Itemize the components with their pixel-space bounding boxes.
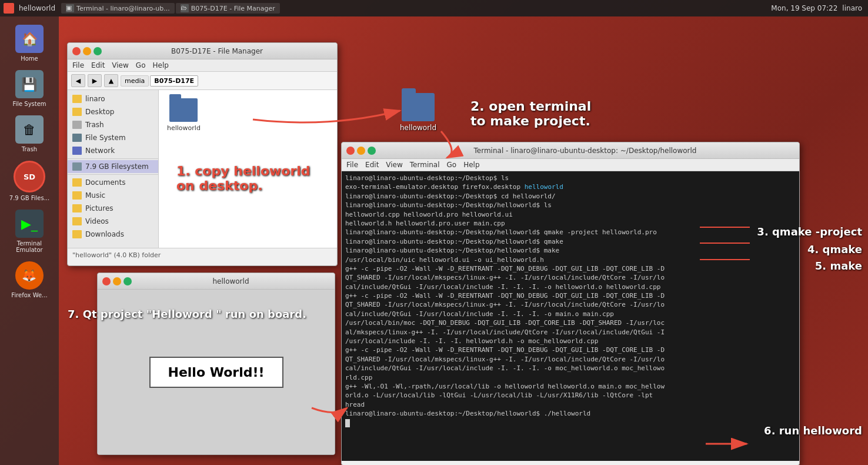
hello-window-controls[interactable] (102, 277, 132, 285)
terminal-line-26: hread (345, 400, 796, 409)
taskbar-right: Mon, 19 Sep 07:22 linaro (771, 4, 868, 12)
desktop: 1. copy helloworld on desktop. 2. open t… (59, 16, 868, 465)
filesystem-icon (72, 134, 82, 142)
step1-label: 1. copy helloworld on desktop. (176, 164, 311, 193)
hello-maximize-button[interactable] (123, 277, 132, 285)
terminal-line-21: QT_SHARED -I/usr/local/mkspecs/linux-g++… (345, 355, 796, 364)
taskbar-app-title: helloworld (19, 4, 55, 12)
fm-window-controls[interactable] (72, 47, 102, 55)
dock-item-trash[interactable]: 🗑 Trash (13, 113, 46, 155)
terminal-body[interactable]: linaro@linaro-ubuntu-desktop:~/Desktop$ … (342, 171, 799, 461)
terminal-line-19: /usr/local/include -I. -I. -I. helloworl… (345, 337, 796, 346)
fm-menu-go[interactable]: Go (136, 61, 146, 69)
fm-menu-help[interactable]: Help (152, 61, 168, 69)
terminal-menu-go[interactable]: Go (447, 161, 457, 169)
dock-item-terminal[interactable]: ▶_ Terminal Emulator (13, 207, 46, 255)
dock-item-home[interactable]: 🏠 Home (13, 22, 46, 64)
terminal-titlebar: Terminal - linaro@linaro-ubuntu-desktop:… (342, 142, 799, 159)
terminal-icon: ▣ (66, 4, 74, 12)
fm-sidebar-separator (68, 158, 158, 159)
terminal-line-18: al/mkspecs/linux-g++ -I. -I/usr/local/in… (345, 328, 796, 337)
fm-menu-file[interactable]: File (72, 61, 84, 69)
taskbar-filemanager-window[interactable]: 🗁 B075-D17E - File Manager (176, 3, 280, 14)
step7-label: 7. Qt project "Helloword " run on board. (68, 308, 306, 320)
dock-item-filesystem[interactable]: 💾 File System (10, 68, 48, 109)
terminal-window-controls[interactable] (346, 147, 376, 155)
fm-status-text: "helloworld" (4.0 KB) folder (72, 251, 161, 259)
terminal-window: Terminal - linaro@linaro-ubuntu-desktop:… (341, 142, 800, 465)
dock-label-trash: Trash (22, 146, 37, 152)
fm-sidebar-videos[interactable]: Videos (68, 215, 158, 228)
terminal-menu-terminal[interactable]: Terminal (410, 161, 440, 169)
terminal-menu-file[interactable]: File (346, 161, 358, 169)
fm-menu-edit[interactable]: Edit (91, 61, 105, 69)
folder-icon (72, 230, 82, 238)
desktop-folder-label: helloworld (400, 124, 436, 132)
network-icon (72, 147, 82, 155)
terminal-line-13: cal/include/QtGui -I/usr/local/include -… (345, 283, 796, 291)
terminal-title: Terminal - linaro@linaro-ubuntu-desktop:… (376, 147, 794, 155)
hdd-icon (72, 162, 82, 171)
fm-back-button[interactable]: ◀ (71, 74, 85, 87)
taskbar-user: linaro (842, 4, 862, 12)
fm-sidebar-documents[interactable]: Documents (68, 176, 158, 189)
terminal-menu-edit[interactable]: Edit (365, 161, 379, 169)
filemanager-icon: 🗁 (181, 4, 189, 12)
fm-sidebar-filesystem[interactable]: File System (68, 131, 158, 144)
folder-icon (72, 217, 82, 225)
fm-forward-button[interactable]: ▶ (88, 74, 102, 87)
dock-label-home: Home (21, 55, 38, 62)
fm-title: B075-D17E - File Manager (102, 47, 332, 55)
fm-minimize-button[interactable] (83, 47, 91, 55)
taskbar-windows: ▣ Terminal - linaro@linaro-ub... 🗁 B075-… (61, 3, 280, 14)
step4-label: 4. qmake (807, 243, 862, 255)
terminal-minimize-button[interactable] (357, 147, 365, 155)
fm-sidebar-network[interactable]: Network (68, 144, 158, 157)
folder-icon (72, 108, 82, 116)
terminal-close-button[interactable] (346, 147, 355, 155)
terminal-line-23: rld.cpp (345, 373, 796, 382)
folder-icon (72, 191, 82, 200)
fm-breadcrumb-media[interactable]: media (121, 75, 149, 87)
fm-sidebar-music[interactable]: Music (68, 189, 158, 202)
terminal-line-12: QT_SHARED -I/usr/local/mkspecs/linux-g++… (345, 273, 796, 282)
terminal-line-10: /usr/local/bin/uic helloworld.ui -o ui_h… (345, 255, 796, 264)
file-manager-window: B075-D17E - File Manager File Edit View … (67, 42, 338, 266)
terminal-line-6: helloworld.h helloworld.pro.user main.cp… (345, 219, 796, 228)
fm-close-button[interactable] (72, 47, 81, 55)
fm-sidebar-downloads[interactable]: Downloads (68, 228, 158, 241)
firefox-icon: 🦊 (15, 261, 44, 290)
terminal-menu-help[interactable]: Help (463, 161, 479, 169)
taskbar-terminal-label: Terminal - linaro@linaro-ub... (76, 5, 170, 12)
terminal-line-27: linaro@linaro-ubuntu-desktop:~/Desktop/h… (345, 409, 796, 418)
taskbar-datetime: Mon, 19 Sep 07:22 (771, 4, 837, 12)
fm-sidebar: linaro Desktop Trash File System Network (68, 90, 159, 248)
desktop-folder[interactable]: helloworld (400, 93, 436, 132)
dock-label-sdcard: 7.9 GB Files... (9, 195, 49, 201)
hello-titlebar: helloworld (98, 273, 335, 290)
fm-sidebar-hdd[interactable]: 7.9 GB Filesystem (68, 160, 158, 173)
dock-item-firefox[interactable]: 🦊 Firefox We... (9, 259, 49, 301)
terminal-line-15: QT_SHARED -I/usr/local/mkspecs/linux-g++… (345, 300, 796, 309)
fm-maximize-button[interactable] (94, 47, 102, 55)
fm-folder-helloworld[interactable]: helloworld (165, 96, 203, 134)
fm-sidebar-pictures[interactable]: Pictures (68, 202, 158, 215)
hello-close-button[interactable] (102, 277, 111, 285)
fm-sidebar-linaro[interactable]: linaro (68, 92, 158, 105)
fm-up-button[interactable]: ▲ (104, 74, 118, 87)
taskbar: helloworld ▣ Terminal - linaro@linaro-ub… (0, 0, 868, 16)
taskbar-terminal-window[interactable]: ▣ Terminal - linaro@linaro-ub... (61, 3, 175, 14)
fm-sidebar-trash[interactable]: Trash (68, 118, 158, 131)
dock-label-terminal: Terminal Emulator (16, 240, 42, 253)
terminal-line-5: helloworld.cpp helloworld.pro helloworld… (345, 210, 796, 219)
terminal-line-1: linaro@linaro-ubuntu-desktop:~/Desktop$ … (345, 174, 796, 182)
fm-sidebar-desktop[interactable]: Desktop (68, 105, 158, 118)
fm-menu-view[interactable]: View (112, 61, 128, 69)
terminal-maximize-button[interactable] (368, 147, 376, 155)
fm-breadcrumb-device[interactable]: B075-D17E (150, 75, 198, 87)
hello-minimize-button[interactable] (113, 277, 121, 285)
terminal-line-17: /usr/local/bin/moc -DQT_NO_DEBUG -DQT_GU… (345, 318, 796, 327)
step3-label: 3. qmake -project (757, 225, 862, 238)
terminal-menu-view[interactable]: View (386, 161, 402, 169)
dock-item-sdcard[interactable]: SD 7.9 GB Files... (7, 158, 52, 204)
